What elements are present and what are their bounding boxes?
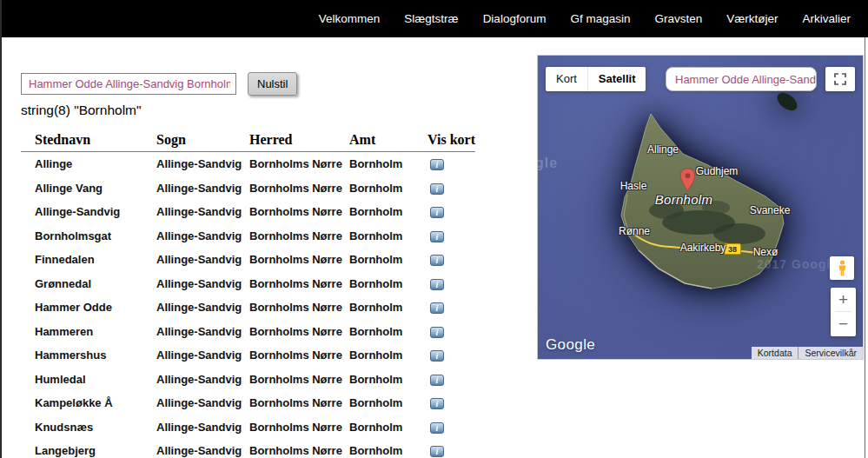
map-search-box <box>666 67 817 91</box>
table-row: Allinge-Sandvig Allinge-Sandvig Bornholm… <box>21 200 475 224</box>
table-row: Hammer Odde Allinge-Sandvig Bornholms Nø… <box>21 295 475 320</box>
google-logo[interactable]: Google <box>546 336 595 354</box>
map-marker-pin[interactable] <box>679 168 696 191</box>
map-label-bornholm: Bornholm <box>655 192 713 207</box>
bornholm-island-graphic <box>538 56 863 359</box>
debug-result-text: string(8) "Bornholm" <box>21 103 142 118</box>
fullscreen-icon <box>833 72 847 86</box>
col-header-sogn: Sogn <box>156 129 249 152</box>
nav-item-vaerktoejer[interactable]: Værktøjer <box>714 12 790 25</box>
nav-item-gf-magasin[interactable]: Gf magasin <box>558 12 642 25</box>
top-navbar: Velkommen Slægtstræ Dialogforum Gf magas… <box>2 0 868 37</box>
map-label-gudhjem: Gudhjem <box>696 165 739 177</box>
map-search-input[interactable] <box>666 68 817 90</box>
fullscreen-button[interactable] <box>825 67 855 91</box>
table-row: Allinge Vang Allinge-Sandvig Bornholms N… <box>21 176 475 201</box>
table-row: Finnedalen Allinge-Sandvig Bornholms Nør… <box>21 248 475 272</box>
page: Velkommen Slægtstræ Dialogforum Gf magas… <box>0 0 868 458</box>
table-row: Langebjerg Allinge-Sandvig Bornholms Nør… <box>21 439 475 458</box>
show-map-info-icon[interactable]: i <box>430 398 444 409</box>
table-row: Knudsnæs Allinge-Sandvig Bornholms Nørre… <box>21 415 475 440</box>
show-map-info-icon[interactable]: i <box>430 446 444 457</box>
map-data-link[interactable]: Kortdata <box>752 348 798 358</box>
show-map-info-icon[interactable]: i <box>430 327 444 338</box>
places-table: Stednavn Sogn Herred Amt Vis kort Alling… <box>21 129 475 458</box>
show-map-info-icon[interactable]: i <box>430 159 444 170</box>
show-map-info-icon[interactable]: i <box>430 183 444 195</box>
google-watermark-right: 2017 Google <box>757 257 838 271</box>
reset-button[interactable]: Nulstil <box>248 72 297 96</box>
map-label-allinge: Allinge <box>647 143 679 156</box>
map-type-control: Kort Satellit <box>546 67 646 91</box>
map-type-kort-button[interactable]: Kort <box>546 67 587 91</box>
place-search-input[interactable] <box>21 73 236 95</box>
pegman-control[interactable] <box>830 256 854 280</box>
table-row: Bornholmsgat Allinge-Sandvig Bornholms N… <box>21 224 475 249</box>
google-map[interactable]: 38 Google 2017 Google Allinge Gudhjem Ha… <box>537 55 864 360</box>
col-header-amt: Amt <box>349 129 408 152</box>
map-label-svaneke: Svaneke <box>750 204 791 216</box>
show-map-info-icon[interactable]: i <box>430 350 444 362</box>
show-map-info-icon[interactable]: i <box>430 207 444 218</box>
map-attribution-bar: Kortdata Servicevilkår <box>752 347 863 359</box>
nav-item-dialogforum[interactable]: Dialogforum <box>471 12 559 25</box>
map-label-aakirkeby: Aakirkeby <box>680 242 726 254</box>
show-map-info-icon[interactable]: i <box>430 375 444 386</box>
table-row: Kampeløkke Å Allinge-Sandvig Bornholms N… <box>21 391 475 415</box>
google-watermark-left: Google <box>537 156 558 171</box>
table-header-row: Stednavn Sogn Herred Amt Vis kort <box>21 129 475 152</box>
zoom-control: + − <box>831 288 856 336</box>
table-row: Humledal Allinge-Sandvig Bornholms Nørre… <box>21 368 475 392</box>
map-type-satellit-button[interactable]: Satellit <box>588 67 646 91</box>
col-header-vis-kort: Vis kort <box>408 129 475 152</box>
show-map-info-icon[interactable]: i <box>430 231 444 242</box>
show-map-info-icon[interactable]: i <box>430 422 444 434</box>
nav-item-gravsten[interactable]: Gravsten <box>642 12 714 25</box>
map-label-hasle: Hasle <box>620 180 647 192</box>
show-map-info-icon[interactable]: i <box>430 255 444 266</box>
col-header-stednavn: Stednavn <box>21 129 156 152</box>
zoom-in-button[interactable]: + <box>831 288 856 311</box>
table-row: Allinge Allinge-Sandvig Bornholms Nørre … <box>21 152 475 176</box>
zoom-out-button[interactable]: − <box>831 312 856 335</box>
nav-item-slaegtstrae[interactable]: Slægtstræ <box>392 12 470 25</box>
nav-item-arkivalier[interactable]: Arkivalier <box>790 12 863 25</box>
table-row: Hammeren Allinge-Sandvig Bornholms Nørre… <box>21 320 475 344</box>
show-map-info-icon[interactable]: i <box>430 279 444 290</box>
map-label-nexoe: Nexø <box>753 246 779 258</box>
show-map-info-icon[interactable]: i <box>430 302 444 314</box>
page-right-border <box>865 37 865 458</box>
col-header-herred: Herred <box>249 129 349 152</box>
table-row: Grønnedal Allinge-Sandvig Bornholms Nørr… <box>21 272 475 296</box>
table-row: Hammershus Allinge-Sandvig Bornholms Nør… <box>21 343 475 368</box>
terms-link[interactable]: Servicevilkår <box>798 348 863 358</box>
nav-item-velkommen[interactable]: Velkommen <box>307 12 393 25</box>
route-38-badge: 38 <box>724 243 741 255</box>
pegman-icon <box>837 260 848 277</box>
map-label-roenne: Rønne <box>619 225 650 237</box>
